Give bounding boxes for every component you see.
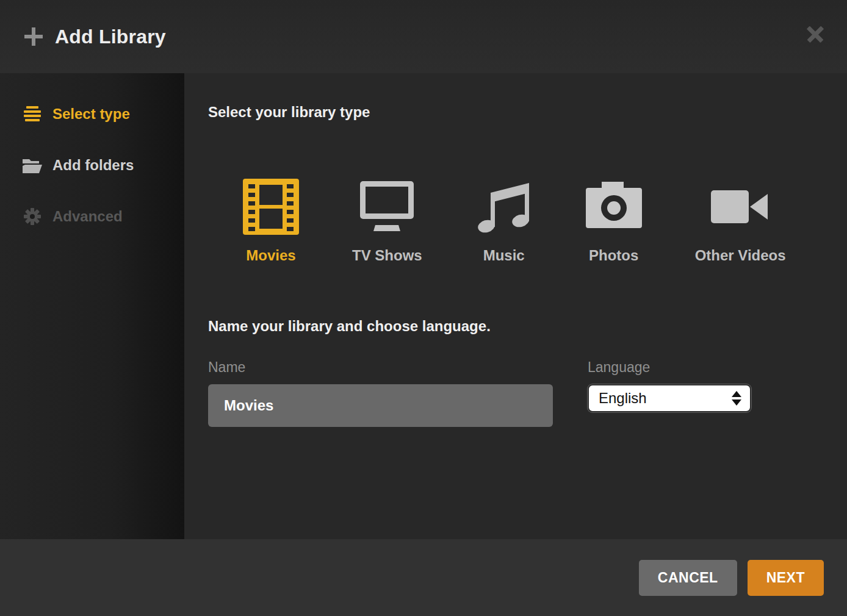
language-select[interactable]: English [588,384,751,412]
sidebar-item-label: Advanced [52,208,123,225]
cancel-button[interactable]: CANCEL [639,560,737,596]
library-type-picker: Movies TV Shows [208,179,847,264]
dialog-header: Add Library [0,0,847,73]
dialog-footer: CANCEL NEXT [0,539,847,616]
film-strip-icon [243,179,299,235]
wizard-steps-sidebar: Select type Add folders [0,73,184,539]
name-field-label: Name [208,359,553,376]
sidebar-item-select-type[interactable]: Select type [0,99,184,129]
type-label: Movies [246,247,295,264]
language-selected-value: English [599,390,732,407]
sidebar-item-label: Select type [52,106,130,123]
video-camera-icon [711,188,770,226]
library-name-input[interactable] [208,384,553,427]
name-language-form: Name Language English [208,359,847,427]
camera-icon [586,182,642,232]
type-option-movies[interactable]: Movies [243,179,299,264]
type-option-tv-shows[interactable]: TV Shows [352,179,422,264]
select-stepper-icon [732,391,741,406]
dialog-title: Add Library [55,26,166,48]
main-panel: Select your library type [184,73,847,539]
type-label: Music [483,247,525,264]
close-icon[interactable] [806,24,825,44]
sidebar-item-label: Add folders [52,157,134,174]
folder-open-icon [22,156,43,174]
language-field-label: Language [588,359,751,376]
tv-monitor-icon [358,181,416,232]
library-type-heading: Select your library type [208,104,847,121]
list-lines-icon [22,105,43,123]
type-label: Other Videos [695,247,786,264]
sidebar-item-advanced: Advanced [0,201,184,232]
name-language-heading: Name your library and choose language. [208,318,847,335]
music-notes-icon [475,179,533,234]
type-option-music[interactable]: Music [475,179,533,264]
type-label: Photos [589,247,638,264]
plus-icon [24,27,43,46]
type-option-photos[interactable]: Photos [586,179,642,264]
gear-icon [22,207,43,226]
sidebar-item-add-folders[interactable]: Add folders [0,150,184,181]
type-option-other-videos[interactable]: Other Videos [695,179,786,264]
type-label: TV Shows [352,247,422,264]
next-button[interactable]: NEXT [748,560,824,596]
